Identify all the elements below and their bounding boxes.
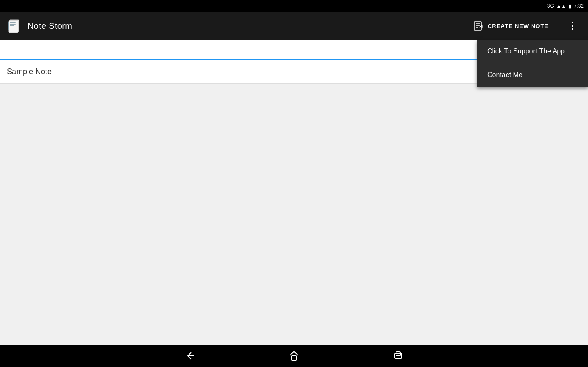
support-label: Click To Support The App — [487, 47, 565, 55]
svg-rect-2 — [10, 22, 16, 23]
note-title: Sample Note — [7, 67, 52, 76]
create-note-icon — [473, 20, 484, 31]
toolbar-divider — [559, 18, 559, 34]
support-menu-item[interactable]: Click To Support The App — [477, 40, 588, 63]
network-indicator: 3G — [547, 3, 554, 9]
overflow-menu-button[interactable]: ⋮ — [564, 18, 581, 34]
contact-label: Contact Me — [487, 71, 523, 79]
home-icon — [288, 350, 300, 361]
svg-line-12 — [482, 25, 483, 27]
overflow-icon: ⋮ — [568, 21, 578, 31]
svg-rect-3 — [10, 24, 16, 25]
battery-icon: ▮ — [569, 3, 571, 9]
clock: 7:32 — [574, 3, 584, 9]
signal-icon: ▲▲ — [557, 3, 566, 9]
svg-rect-6 — [474, 22, 481, 30]
home-button[interactable] — [285, 347, 303, 365]
recents-button[interactable] — [389, 347, 407, 365]
nav-bar — [0, 345, 588, 367]
app-title: Note Storm — [28, 21, 72, 31]
create-note-label: CREATE NEW NOTE — [488, 23, 548, 29]
svg-rect-5 — [8, 22, 9, 30]
svg-rect-16 — [396, 352, 400, 356]
app-bar-actions: CREATE NEW NOTE ⋮ — [468, 17, 581, 35]
contact-menu-item[interactable]: Contact Me — [477, 63, 588, 87]
status-bar-right: 3G ▲▲ ▮ 7:32 — [547, 3, 584, 9]
create-note-button[interactable]: CREATE NEW NOTE — [468, 17, 554, 35]
app-bar: Note Storm CREATE NEW NOTE ⋮ — [0, 12, 588, 40]
back-icon — [184, 350, 195, 361]
recents-icon — [393, 350, 404, 361]
svg-rect-14 — [292, 356, 296, 360]
app-icon — [7, 18, 22, 34]
overflow-dropdown: Click To Support The App Contact Me — [477, 40, 588, 87]
back-button[interactable] — [181, 347, 199, 365]
app-bar-left: Note Storm — [7, 18, 468, 34]
status-bar: 3G ▲▲ ▮ 7:32 — [0, 0, 588, 12]
svg-rect-4 — [10, 25, 14, 26]
